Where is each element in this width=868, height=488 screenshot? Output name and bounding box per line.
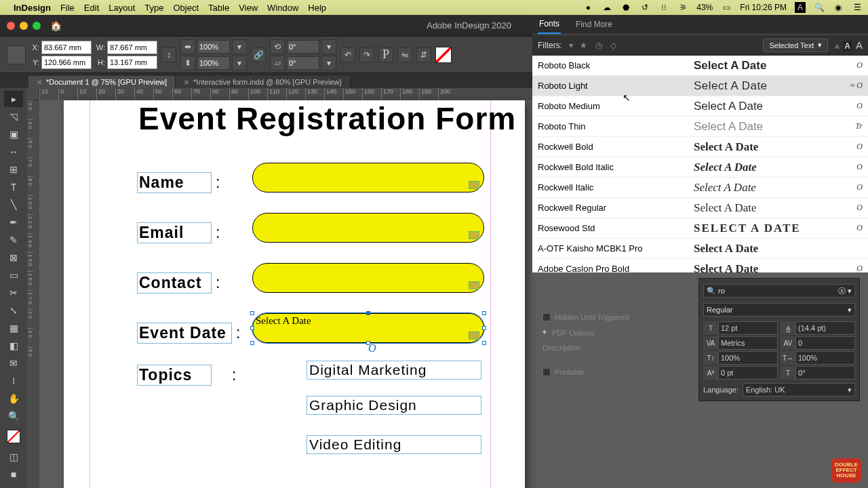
- h-input[interactable]: [107, 56, 157, 69]
- font-list-item[interactable]: Rosewood StdSELECT A DATEO: [532, 218, 868, 239]
- fill-swatch[interactable]: [435, 47, 452, 63]
- close-window-icon[interactable]: [7, 22, 15, 30]
- wifi-icon[interactable]: ⚞: [677, 2, 688, 13]
- filter-class-icon[interactable]: ▾: [569, 41, 573, 50]
- sample-size-buttons[interactable]: AAA: [835, 39, 863, 51]
- activated-filter-icon[interactable]: ◇: [610, 41, 616, 50]
- tab-find-more[interactable]: Find More: [574, 16, 614, 33]
- shear-input[interactable]: [287, 56, 319, 70]
- font-list-item[interactable]: Rockwell BoldSelect A DateO: [532, 137, 868, 157]
- hand-tool[interactable]: ✋: [4, 390, 23, 407]
- page-title[interactable]: Event Registration Form: [138, 100, 516, 137]
- a-icon[interactable]: A: [795, 2, 806, 13]
- flip-h-icon[interactable]: ⇋: [397, 47, 412, 62]
- font-list-item[interactable]: Roboto ThinSelect A DateTr: [532, 117, 868, 137]
- rectangle-frame-tool[interactable]: ⊠: [4, 249, 23, 266]
- topic-item[interactable]: Graphic Design: [307, 396, 481, 415]
- font-style-select[interactable]: Regular▾: [703, 303, 855, 317]
- home-icon[interactable]: 🏠: [50, 20, 62, 31]
- recent-filter-icon[interactable]: ◷: [595, 41, 602, 50]
- document-tab[interactable]: ✕*Interactive form.indd @ 80% [GPU Previ…: [176, 76, 350, 88]
- leading-input[interactable]: (14.4 pt): [795, 321, 855, 335]
- tracking-input[interactable]: 0: [795, 336, 855, 350]
- traffic-lights[interactable]: [7, 22, 41, 30]
- baseline-input[interactable]: 0 pt: [718, 366, 778, 380]
- font-list-item[interactable]: Adobe Caslon Pro BoldSelect A DateO: [532, 259, 868, 272]
- label-contact[interactable]: Contact: [137, 272, 212, 293]
- language-select[interactable]: English: UK▾: [743, 383, 855, 396]
- menu-help[interactable]: Help: [308, 3, 326, 13]
- battery-percent[interactable]: 43%: [696, 3, 713, 12]
- resize-handle[interactable]: [482, 311, 486, 315]
- rotate-input[interactable]: [287, 40, 319, 54]
- rotate-cw-icon[interactable]: ↷: [359, 47, 374, 62]
- resize-handle[interactable]: [250, 341, 254, 345]
- app-name[interactable]: InDesign: [14, 3, 51, 13]
- resize-handle[interactable]: [482, 326, 486, 330]
- tab-fonts[interactable]: Fonts: [538, 15, 561, 34]
- gradient-feather-tool[interactable]: ◧: [4, 338, 23, 354]
- menu-type[interactable]: Type: [144, 3, 163, 13]
- shield-icon[interactable]: ⬣: [620, 2, 631, 13]
- apply-color-icon[interactable]: ■: [4, 466, 23, 483]
- ruler-origin[interactable]: [27, 88, 39, 100]
- record-icon[interactable]: ●: [583, 2, 593, 13]
- dropdown-icon[interactable]: ▾: [232, 39, 247, 54]
- close-icon[interactable]: ✕: [184, 79, 189, 86]
- menu-layout[interactable]: Layout: [108, 3, 135, 13]
- settings-icon[interactable]: ⁝⁝: [658, 2, 669, 13]
- event-date-field[interactable]: Select A Date O: [252, 313, 484, 343]
- font-list-item[interactable]: Roboto LightSelect A Date≈ O: [532, 76, 868, 96]
- menu-edit[interactable]: Edit: [84, 3, 99, 13]
- link-icon[interactable]: 🔗: [251, 47, 266, 62]
- skew-input[interactable]: 0°: [795, 366, 855, 380]
- resize-handle[interactable]: [482, 341, 486, 345]
- label-event-date[interactable]: Event Date: [137, 323, 232, 344]
- paragraph-style-icon[interactable]: P: [378, 47, 393, 62]
- clock[interactable]: Fri 10:26 PM: [740, 3, 787, 12]
- checkbox[interactable]: [542, 313, 551, 321]
- menu-table[interactable]: Table: [208, 3, 229, 13]
- pencil-tool[interactable]: ✎: [4, 232, 23, 248]
- font-list[interactable]: Roboto BlackSelect A DateORoboto LightSe…: [532, 56, 868, 272]
- vscale-input[interactable]: 100%: [718, 351, 778, 365]
- label-topics[interactable]: Topics: [137, 365, 212, 386]
- rectangle-tool[interactable]: ▭: [4, 267, 23, 283]
- scale-x-input[interactable]: [197, 40, 230, 54]
- dropdown-icon[interactable]: ▾: [321, 56, 336, 70]
- font-list-item[interactable]: Roboto MediumSelect A DateO: [532, 96, 868, 117]
- hscale-input[interactable]: 100%: [795, 351, 855, 365]
- selection-tool[interactable]: ▸: [4, 91, 23, 107]
- font-list-item[interactable]: A-OTF Kaisho MCBK1 ProSelect A Date: [532, 239, 868, 259]
- topic-item[interactable]: Digital Marketing: [307, 361, 481, 380]
- ruler-vertical[interactable]: 3 04 05 07 08 01 0 01 2 01 4 01 5 01 6 0…: [27, 100, 39, 488]
- name-field[interactable]: [252, 163, 484, 192]
- font-search-input[interactable]: 🔍 roⓧ ▾: [703, 284, 855, 298]
- siri-icon[interactable]: ◉: [833, 2, 844, 13]
- menu-view[interactable]: View: [239, 3, 258, 13]
- zoom-tool[interactable]: 🔍: [4, 408, 23, 424]
- zoom-window-icon[interactable]: [33, 22, 41, 30]
- font-list-item[interactable]: Rockwell RegularSelect A DateO: [532, 198, 868, 218]
- close-icon[interactable]: ✕: [37, 79, 42, 86]
- note-tool[interactable]: ✉: [4, 355, 23, 371]
- eyedropper-tool[interactable]: ⁞: [4, 373, 23, 389]
- rotate-ccw-icon[interactable]: ↶: [340, 47, 355, 62]
- rotation-indicator-icon[interactable]: O: [368, 342, 376, 354]
- font-list-item[interactable]: Rockwell ItalicSelect A DateO: [532, 178, 868, 198]
- resize-handle[interactable]: [366, 311, 370, 315]
- reference-point-grid[interactable]: [7, 45, 26, 64]
- font-list-item[interactable]: Rockwell Bold ItalicSelect A DateO: [532, 157, 868, 178]
- document-tab[interactable]: ✕*Document 1 @ 75% [GPU Preview]: [28, 76, 176, 88]
- content-collector-tool[interactable]: ⊞: [4, 161, 23, 178]
- line-tool[interactable]: ╲: [4, 197, 23, 213]
- topic-item[interactable]: Video Editing: [307, 435, 481, 454]
- contact-field[interactable]: [252, 263, 484, 293]
- direct-selection-tool[interactable]: ◹: [4, 108, 23, 125]
- dropdown-icon[interactable]: ▾: [232, 56, 247, 70]
- scissors-tool[interactable]: ✂: [4, 285, 23, 301]
- y-input[interactable]: [41, 56, 92, 69]
- cc-icon[interactable]: ☁: [601, 2, 612, 13]
- pen-tool[interactable]: ✒: [4, 214, 23, 230]
- page-tool[interactable]: ▣: [4, 126, 23, 142]
